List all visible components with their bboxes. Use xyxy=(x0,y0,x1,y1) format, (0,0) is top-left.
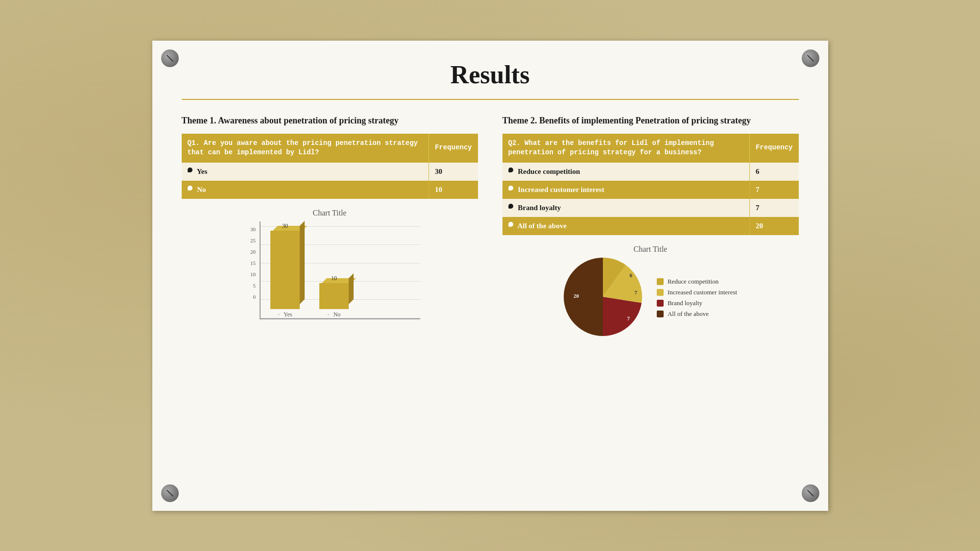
legend-interest: Increased customer interest xyxy=(657,288,737,296)
theme2-value-interest: 7 xyxy=(749,181,798,199)
legend-dot-all xyxy=(657,311,664,317)
pie-label-6: 6 xyxy=(629,272,632,278)
theme1-table-header: Q1. Are you aware about the pricing pene… xyxy=(182,134,478,163)
pie-label-7b: 7 xyxy=(627,315,630,321)
slide: Results Theme 1. Awareness about penetra… xyxy=(152,41,828,511)
bar-chart-area: 30 · Yes xyxy=(260,221,420,319)
pie-legend: Reduce competition Increased customer in… xyxy=(657,278,737,318)
bar-yes xyxy=(270,231,300,309)
legend-label-all: All of the above xyxy=(668,310,709,318)
y-axis: 0 5 10 15 20 25 30 xyxy=(239,226,258,300)
theme2-row-brand: • Brand loyalty 7 xyxy=(502,199,799,217)
theme2-label-interest: • Increased customer interest xyxy=(502,181,750,199)
theme1-value-no: 10 xyxy=(429,181,478,199)
screw-top-right xyxy=(802,49,819,67)
bar-xlabel-yes: · Yes xyxy=(278,311,292,318)
theme1-chart-title: Chart Title xyxy=(182,209,478,217)
slide-title: Results xyxy=(182,60,799,89)
theme1-label-yes: • Yes xyxy=(182,163,429,181)
legend-label-interest: Increased customer interest xyxy=(668,288,737,296)
bullet-no: • xyxy=(188,186,192,191)
pie-wrapper: 20 6 7 7 Reduce competition xyxy=(564,258,737,338)
bar-no xyxy=(319,283,349,309)
legend-dot-reduce xyxy=(657,278,664,285)
theme2-label-brand: • Brand loyalty xyxy=(502,199,750,217)
theme1-freq-header: Frequency xyxy=(429,134,478,163)
theme2-value-brand: 7 xyxy=(749,199,798,217)
theme2-table: Q2. What are the benefits for Lidl of im… xyxy=(502,134,799,235)
theme2-row-all: • All of the above 20 xyxy=(502,217,799,235)
theme2-chart: Chart Title xyxy=(502,245,799,338)
bar-group-no: 10 · No xyxy=(319,275,349,318)
content-area: Theme 1. Awareness about penetration of … xyxy=(182,115,799,338)
theme1-value-yes: 30 xyxy=(429,163,478,181)
pie-label-7a: 7 xyxy=(634,289,637,295)
legend-dot-interest xyxy=(657,289,664,296)
theme2-row-reduce: • Reduce competition 6 xyxy=(502,163,799,181)
pie-svg-wrapper: 20 6 7 7 xyxy=(564,258,642,338)
bar-label-yes-value: 30 xyxy=(282,222,288,230)
pie-label-20: 20 xyxy=(574,293,579,299)
bar-group-yes: 30 · Yes xyxy=(270,222,300,318)
legend-label-brand: Brand loyalty xyxy=(668,299,702,307)
theme2-label-reduce: • Reduce competition xyxy=(502,163,750,181)
screw-bottom-right xyxy=(802,484,819,502)
bullet-yes: • xyxy=(188,168,192,172)
theme2-question-header: Q2. What are the benefits for Lidl of im… xyxy=(502,134,750,163)
theme2-table-header: Q2. What are the benefits for Lidl of im… xyxy=(502,134,799,163)
theme2-row-interest: • Increased customer interest 7 xyxy=(502,181,799,199)
theme1-title: Theme 1. Awareness about penetration of … xyxy=(182,115,478,127)
theme1-row-no: • No 10 xyxy=(182,181,478,199)
theme2-title: Theme 2. Benefits of implementing Penetr… xyxy=(502,115,799,127)
screw-top-left xyxy=(161,49,179,67)
theme1-row-yes: • Yes 30 xyxy=(182,163,478,181)
legend-dot-brand xyxy=(657,300,664,307)
theme1-table: Q1. Are you aware about the pricing pene… xyxy=(182,134,478,199)
legend-brand: Brand loyalty xyxy=(657,299,737,307)
theme2-value-all: 20 xyxy=(749,217,798,235)
theme2-chart-title: Chart Title xyxy=(634,245,668,254)
theme2-label-all: • All of the above xyxy=(502,217,750,235)
theme2-section: Theme 2. Benefits of implementing Penetr… xyxy=(502,115,799,338)
legend-all: All of the above xyxy=(657,310,737,318)
bar-xlabel-no: · No xyxy=(328,311,341,318)
pie-value-labels: 20 6 7 7 xyxy=(564,258,642,336)
legend-reduce: Reduce competition xyxy=(657,278,737,286)
divider xyxy=(182,99,799,100)
theme2-freq-header: Frequency xyxy=(749,134,798,163)
theme1-question-header: Q1. Are you aware about the pricing pene… xyxy=(182,134,429,163)
bar-label-no-value: 10 xyxy=(331,275,337,282)
legend-label-reduce: Reduce competition xyxy=(668,278,718,286)
theme1-section: Theme 1. Awareness about penetration of … xyxy=(182,115,478,338)
theme1-chart: Chart Title 0 5 10 15 20 25 30 xyxy=(182,209,478,319)
theme1-label-no: • No xyxy=(182,181,429,199)
theme2-value-reduce: 6 xyxy=(749,163,798,181)
screw-bottom-left xyxy=(161,484,179,502)
